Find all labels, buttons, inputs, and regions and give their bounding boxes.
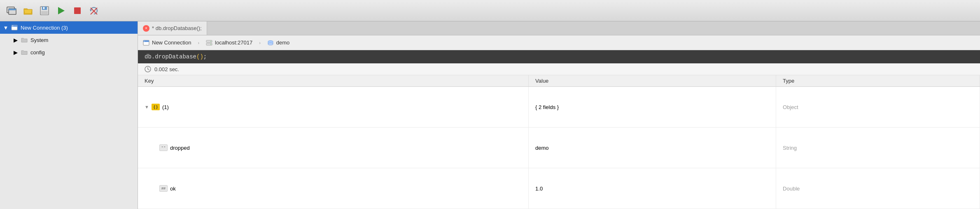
svg-rect-8 (74, 7, 81, 14)
svg-point-23 (268, 43, 273, 45)
row-key-cell: " " dropped (138, 128, 529, 168)
toolbar (0, 0, 980, 21)
row-type-cell: String (776, 128, 980, 168)
table-row[interactable]: ▼ { } (1) { 2 fields } Object (138, 87, 980, 128)
new-window-icon[interactable] (5, 4, 18, 17)
sidebar-item-system[interactable]: ▶ System (0, 34, 138, 46)
svg-marker-9 (90, 9, 92, 12)
sidebar-item-new-connection[interactable]: ▼ New Connection (3) (0, 21, 138, 34)
table-row[interactable]: " " dropped demo String (138, 128, 980, 168)
string-badge: " " (159, 144, 168, 151)
row-value-cell: { 2 fields } (529, 87, 776, 128)
row-expand-arrow: ▼ (145, 104, 149, 109)
tab-close-button[interactable]: × (143, 25, 149, 32)
breadcrumb-connection-label: New Connection (152, 39, 191, 46)
sidebar-item-label: System (30, 37, 48, 43)
save-icon[interactable] (38, 4, 51, 17)
right-panel: × * db.dropDatabase(); New Connection › (138, 21, 980, 209)
svg-point-21 (210, 44, 211, 44)
breadcrumb-host: localhost:27017 (206, 39, 252, 46)
stop-icon[interactable] (71, 4, 84, 17)
sidebar-item-label: New Connection (3) (21, 25, 68, 31)
svg-point-20 (210, 41, 211, 42)
table-header-row: Key Value Type (138, 75, 980, 87)
sidebar: ▼ New Connection (3) ▶ System ▶ (0, 21, 138, 209)
col-value: Value (529, 75, 776, 87)
row-key-label: dropped (170, 145, 190, 151)
result-table: Key Value Type ▼ { } (1) (138, 75, 980, 209)
query-tab[interactable]: × * db.dropDatabase(); (138, 21, 207, 35)
breadcrumb-host-label: localhost:27017 (215, 39, 252, 46)
expand-arrow-icon: ▶ (13, 37, 18, 42)
svg-line-26 (148, 69, 149, 70)
expand-arrow-icon: ▶ (13, 50, 18, 55)
tab-label: * db.dropDatabase(); (152, 25, 202, 31)
tab-bar: × * db.dropDatabase(); (138, 21, 980, 35)
col-key: Key (138, 75, 529, 87)
object-badge: { } (152, 104, 160, 110)
code-text: db.dropDatabase (145, 53, 196, 60)
breadcrumb-sep-2: › (259, 40, 261, 45)
row-key-label: (1) (162, 104, 169, 110)
clear-icon[interactable] (87, 4, 100, 17)
code-suffix: ; (203, 53, 207, 60)
table-row[interactable]: ## ok 1.0 Double (138, 168, 980, 209)
code-bar: db.dropDatabase(); (138, 50, 980, 63)
main-layout: ▼ New Connection (3) ▶ System ▶ (0, 21, 980, 209)
svg-rect-5 (41, 11, 48, 15)
breadcrumb-database-label: demo (276, 39, 290, 46)
svg-point-17 (144, 41, 145, 42)
sidebar-item-config[interactable]: ▶ config (0, 46, 138, 58)
breadcrumb-database: demo (267, 39, 290, 46)
svg-point-14 (12, 26, 13, 26)
status-bar: 0.002 sec. (138, 63, 980, 75)
folder-icon (21, 49, 28, 56)
row-key-label: ok (170, 186, 176, 192)
expand-arrow-icon: ▼ (3, 25, 8, 30)
breadcrumb-sep-1: › (198, 40, 199, 45)
svg-rect-6 (43, 7, 44, 9)
svg-rect-2 (9, 9, 16, 10)
breadcrumb-bar: New Connection › localhost:27017 › (138, 35, 980, 50)
sidebar-item-label: config (30, 49, 45, 56)
clock-icon (145, 66, 151, 72)
row-key-cell: ▼ { } (1) (138, 87, 529, 128)
folder-icon (21, 36, 28, 44)
database-icon (267, 39, 274, 46)
run-icon[interactable] (54, 4, 68, 17)
row-value-cell: demo (529, 128, 776, 168)
result-area: 0.002 sec. Key Value Type ▼ (138, 63, 980, 209)
server-icon (206, 39, 212, 46)
col-type: Type (776, 75, 980, 87)
row-type-cell: Double (776, 168, 980, 209)
connection-icon (143, 39, 149, 46)
row-type-cell: Object (776, 87, 980, 128)
row-value-cell: 1.0 (529, 168, 776, 209)
breadcrumb-connection: New Connection (143, 39, 191, 46)
row-key-cell: ## ok (138, 168, 529, 209)
svg-marker-7 (58, 7, 65, 14)
number-badge: ## (159, 185, 168, 192)
code-highlight: () (196, 53, 203, 60)
connection-icon (11, 24, 18, 31)
open-icon[interactable] (21, 4, 35, 17)
status-time: 0.002 sec. (154, 66, 179, 72)
